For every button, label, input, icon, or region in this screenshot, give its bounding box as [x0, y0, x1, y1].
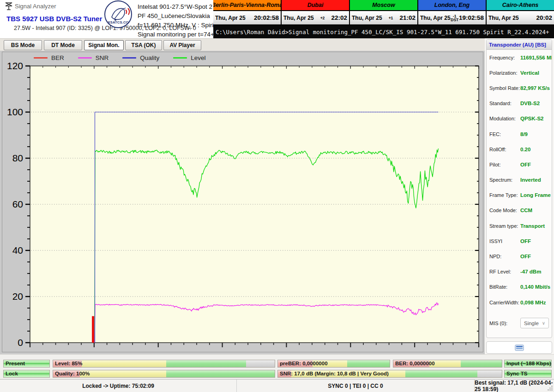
tab-signal-mon[interactable]: Signal Mon.	[84, 40, 124, 50]
clock-utc-offset: +2	[320, 16, 325, 20]
clock-city-label: Cairo-Athens	[502, 2, 538, 8]
svg-text:20: 20	[12, 291, 23, 302]
stream-list-button[interactable]	[486, 341, 552, 354]
world-clocks: Berlin-Paris-Vienna-Roma Thu, Apr 25 20:…	[213, 0, 554, 25]
transponder-row: RollOff:0.20	[487, 142, 552, 157]
clock-time-row: Thu, Apr 25 20:02:58	[213, 11, 281, 24]
legend-label: Quality	[140, 54, 159, 61]
preber-gauge: preBER: 0,0000000	[277, 360, 390, 368]
clock-time: 20:02:58	[254, 14, 279, 21]
transponder-row: ISSYIOFF	[487, 233, 552, 249]
signal-analyzer-window: Signal Analyzer TBS 5927 USB DVB-S2 Tune…	[0, 0, 554, 392]
clock-time-row: Thu, Apr 25 20:02	[487, 11, 554, 24]
console-command-text: C:\Users\Roman Dávid>Signal monitoring_P…	[216, 29, 549, 36]
legend-item-quality: Quality	[122, 54, 159, 61]
clock-date: Thu, Apr 25	[215, 15, 246, 21]
clock-utc-offset: -1DST	[451, 14, 458, 22]
info-line-duration: Signal monitoring per t=74+h	[138, 30, 217, 39]
signal-plot: 020406080100120	[2, 52, 483, 352]
svg-text:100: 100	[7, 107, 23, 117]
tab-tsa[interactable]: TSA (OK)	[125, 40, 162, 50]
clock-time: 19:02:58	[459, 14, 484, 21]
transponder-panel: Transponder (AU) [BS] Frequency:11691,55…	[486, 39, 552, 338]
transponder-row: CarrierWidth:0,098 MHz	[487, 295, 552, 310]
status-sync-counts: SYNC 0 | TEI 0 | CC 0	[236, 380, 474, 392]
tab-dt-mode[interactable]: DT Mode	[44, 40, 82, 50]
clock-time: 21:02	[399, 14, 416, 21]
transponder-row: Spectrum:Inverted	[487, 172, 552, 188]
transponder-row: Code Mode:CCM	[487, 203, 552, 218]
clock-city-label: London, Eng	[434, 2, 470, 8]
transponder-row: Frequency:11691,556 MHz	[487, 50, 552, 65]
signal-monitor-chart: BER SNR Quality Level 020406080100120	[2, 52, 483, 352]
tuner-name: TBS 5927 USB DVB-S2 Tuner	[6, 15, 102, 23]
tab-bs-mode[interactable]: BS Mode	[4, 40, 42, 50]
transponder-row: Modulation:QPSK-S2	[487, 111, 552, 126]
transponder-row: Polarization:Vertical	[487, 65, 552, 80]
info-line-satellite: Intelsat 901-27.5°W-Spot 2	[138, 2, 217, 12]
clock-time-row: Thu, Apr 25 +2 22:02	[282, 11, 349, 24]
legend-label: SNR	[96, 54, 109, 61]
mis-dropdown[interactable]: Single ∨	[520, 318, 549, 328]
clock-london: London, Eng Thu, Apr 25 -1DST 19:02:58	[417, 0, 486, 24]
clock-date: Thu, Apr 25	[420, 15, 451, 21]
svg-text:60: 60	[12, 199, 23, 209]
transponder-row: FEC:8/9	[487, 126, 552, 142]
transponder-row: Frame Type:Long Frame	[487, 188, 552, 203]
tab-av-player[interactable]: AV Player	[163, 40, 201, 50]
legend-item-snr: SNR	[78, 54, 109, 61]
legend-label: Level	[191, 54, 205, 61]
clock-cairo: Cairo-Athens Thu, Apr 25 20:02	[486, 0, 554, 24]
chevron-down-icon: ∨	[542, 321, 545, 326]
logo-text: DXSATCS.COM	[105, 20, 131, 24]
clock-utc-offset: +1	[389, 16, 393, 20]
transponder-row: Pilot:OFF	[487, 157, 552, 172]
signal-gauges: Present Level: 85% preBER: 0,0000000 BER…	[0, 354, 554, 379]
resize-grip[interactable]	[547, 385, 553, 391]
svg-text:40: 40	[12, 245, 23, 255]
transponder-row: Symbol Rate:82,997 KS/s	[487, 80, 552, 95]
transponder-row: Stream type:Transport	[487, 218, 552, 233]
quality-gauge: Quality: 100%	[53, 370, 275, 378]
transponder-row: Standard:DVB-S2	[487, 96, 552, 111]
status-uptime: Locked -> Uptime: 75:02:09	[0, 380, 236, 392]
status-bar: Locked -> Uptime: 75:02:09 SYNC 0 | TEI …	[0, 379, 554, 392]
snr-gauge: SNR: 17,0 dB (Margin: 10,8 dB | Very Goo…	[277, 370, 502, 378]
clock-city-label: Dubai	[307, 2, 324, 8]
snr-line-swatch	[78, 57, 92, 59]
clock-date: Thu, Apr 25	[488, 15, 519, 21]
clock-city-header: Dubai	[282, 0, 349, 11]
clock-time: 20:02	[536, 14, 552, 21]
svg-text:0: 0	[18, 337, 23, 348]
clock-dubai: Dubai Thu, Apr 25 +2 22:02	[281, 0, 349, 24]
svg-text:80: 80	[12, 153, 23, 163]
clock-berlin: Berlin-Paris-Vienna-Roma Thu, Apr 25 20:…	[213, 0, 281, 24]
legend-label: BER	[51, 54, 64, 61]
clock-city-label: Berlin-Paris-Vienna-Roma	[213, 2, 281, 8]
legend-item-ber: BER	[34, 54, 64, 61]
clock-city-header: Moscow	[350, 0, 417, 11]
svg-text:120: 120	[7, 60, 23, 71]
quality-line-swatch	[122, 57, 136, 59]
transponder-row: RF Level:-47 dBm	[487, 264, 552, 279]
legend-item-level: Level	[173, 54, 205, 61]
clock-moscow: Moscow Thu, Apr 25 +1 21:02	[349, 0, 417, 24]
clock-time-row: Thu, Apr 25 +1 21:02	[350, 11, 417, 24]
transponder-row: BitRate:0,140 Mbit/s	[487, 279, 552, 295]
level-line-swatch	[173, 57, 187, 59]
clock-city-header: Cairo-Athens	[487, 0, 554, 11]
info-line-frequency: f=11 691,750 MHz_V : Spirit	[138, 21, 217, 30]
input-rate-indicator: Input (~188 Kbps)	[504, 360, 552, 368]
clock-city-label: Moscow	[372, 2, 395, 8]
clock-city-header: London, Eng	[418, 0, 486, 11]
ber-line-swatch	[34, 57, 48, 59]
clock-time: 22:02	[331, 14, 347, 21]
dxsatcs-logo: DXSATCS.COM	[104, 0, 132, 28]
clock-date: Thu, Apr 25	[283, 15, 314, 21]
signal-analyzer-icon	[5, 2, 13, 10]
sync-ts-indicator: Sync TS	[504, 370, 552, 378]
present-indicator: Present	[3, 360, 50, 368]
console-window: C:\Users\Roman Dávid>Signal monitoring_P…	[213, 25, 554, 38]
level-gauge: Level: 85%	[53, 360, 275, 368]
status-best-signal: Best signal: 17,1 dB (2024-04-25 18:59)	[474, 380, 554, 392]
